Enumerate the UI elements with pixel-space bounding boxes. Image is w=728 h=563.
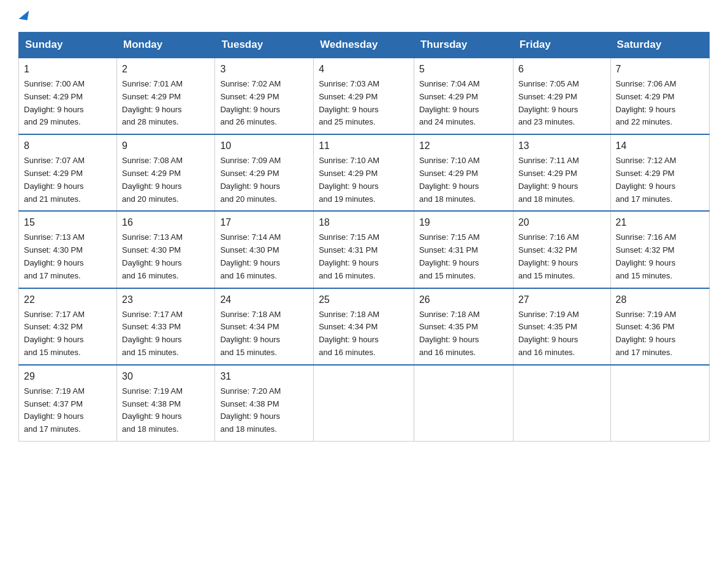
day-number: 12 (419, 139, 508, 153)
calendar-cell: 24 Sunrise: 7:18 AMSunset: 4:34 PMDaylig… (215, 288, 314, 365)
day-info: Sunrise: 7:17 AMSunset: 4:32 PMDaylight:… (24, 310, 85, 357)
calendar-cell: 25 Sunrise: 7:18 AMSunset: 4:34 PMDaylig… (314, 288, 414, 365)
day-info: Sunrise: 7:18 AMSunset: 4:35 PMDaylight:… (419, 310, 480, 357)
day-info: Sunrise: 7:06 AMSunset: 4:29 PMDaylight:… (616, 79, 677, 126)
day-info: Sunrise: 7:10 AMSunset: 4:29 PMDaylight:… (319, 156, 379, 203)
calendar-cell: 3 Sunrise: 7:02 AMSunset: 4:29 PMDayligh… (215, 58, 314, 134)
day-info: Sunrise: 7:00 AMSunset: 4:29 PMDaylight:… (24, 79, 85, 126)
day-info: Sunrise: 7:01 AMSunset: 4:29 PMDaylight:… (122, 79, 183, 126)
day-number: 24 (220, 293, 308, 307)
day-number: 18 (319, 215, 409, 230)
day-info: Sunrise: 7:09 AMSunset: 4:29 PMDaylight:… (220, 156, 281, 203)
day-number: 4 (319, 62, 409, 77)
calendar-cell: 29 Sunrise: 7:19 AMSunset: 4:37 PMDaylig… (19, 365, 117, 442)
day-number: 14 (616, 139, 704, 153)
day-info: Sunrise: 7:19 AMSunset: 4:38 PMDaylight:… (122, 386, 183, 434)
day-info: Sunrise: 7:15 AMSunset: 4:31 PMDaylight:… (319, 232, 379, 280)
day-header-sunday: Sunday (19, 33, 117, 58)
calendar-cell (414, 365, 513, 442)
calendar-cell: 4 Sunrise: 7:03 AMSunset: 4:29 PMDayligh… (314, 58, 414, 134)
calendar-cell: 23 Sunrise: 7:17 AMSunset: 4:33 PMDaylig… (117, 288, 215, 365)
day-info: Sunrise: 7:16 AMSunset: 4:32 PMDaylight:… (518, 232, 579, 280)
day-number: 11 (319, 139, 409, 153)
day-number: 25 (319, 293, 409, 307)
day-info: Sunrise: 7:15 AMSunset: 4:31 PMDaylight:… (419, 232, 480, 280)
day-header-saturday: Saturday (610, 33, 709, 58)
calendar-cell: 7 Sunrise: 7:06 AMSunset: 4:29 PMDayligh… (610, 58, 709, 134)
calendar-cell: 19 Sunrise: 7:15 AMSunset: 4:31 PMDaylig… (414, 211, 513, 288)
day-number: 16 (122, 215, 210, 230)
day-info: Sunrise: 7:19 AMSunset: 4:36 PMDaylight:… (616, 310, 677, 357)
calendar-cell: 18 Sunrise: 7:15 AMSunset: 4:31 PMDaylig… (314, 211, 414, 288)
calendar-cell (314, 365, 414, 442)
day-info: Sunrise: 7:13 AMSunset: 4:30 PMDaylight:… (24, 232, 85, 280)
day-number: 7 (616, 62, 704, 77)
calendar-cell: 30 Sunrise: 7:19 AMSunset: 4:38 PMDaylig… (117, 365, 215, 442)
calendar-cell: 20 Sunrise: 7:16 AMSunset: 4:32 PMDaylig… (513, 211, 610, 288)
calendar-cell: 22 Sunrise: 7:17 AMSunset: 4:32 PMDaylig… (19, 288, 117, 365)
calendar-cell: 1 Sunrise: 7:00 AMSunset: 4:29 PMDayligh… (19, 58, 117, 134)
calendar-cell: 9 Sunrise: 7:08 AMSunset: 4:29 PMDayligh… (117, 134, 215, 211)
calendar-week-row: 8 Sunrise: 7:07 AMSunset: 4:29 PMDayligh… (19, 134, 710, 211)
day-number: 26 (419, 293, 508, 307)
day-info: Sunrise: 7:07 AMSunset: 4:29 PMDaylight:… (24, 156, 85, 203)
day-number: 15 (24, 215, 112, 230)
day-number: 6 (518, 62, 605, 77)
day-info: Sunrise: 7:04 AMSunset: 4:29 PMDaylight:… (419, 79, 480, 126)
day-number: 29 (24, 369, 112, 384)
day-info: Sunrise: 7:03 AMSunset: 4:29 PMDaylight:… (319, 79, 379, 126)
day-info: Sunrise: 7:05 AMSunset: 4:29 PMDaylight:… (518, 79, 579, 126)
calendar-cell: 14 Sunrise: 7:12 AMSunset: 4:29 PMDaylig… (610, 134, 709, 211)
day-info: Sunrise: 7:17 AMSunset: 4:33 PMDaylight:… (122, 310, 183, 357)
day-number: 3 (220, 62, 308, 77)
day-info: Sunrise: 7:02 AMSunset: 4:29 PMDaylight:… (220, 79, 281, 126)
day-info: Sunrise: 7:18 AMSunset: 4:34 PMDaylight:… (319, 310, 379, 357)
calendar-cell: 5 Sunrise: 7:04 AMSunset: 4:29 PMDayligh… (414, 58, 513, 134)
day-info: Sunrise: 7:18 AMSunset: 4:34 PMDaylight:… (220, 310, 281, 357)
day-info: Sunrise: 7:20 AMSunset: 4:38 PMDaylight:… (220, 386, 281, 434)
day-info: Sunrise: 7:19 AMSunset: 4:35 PMDaylight:… (518, 310, 579, 357)
day-number: 1 (24, 62, 112, 77)
calendar-cell: 12 Sunrise: 7:10 AMSunset: 4:29 PMDaylig… (414, 134, 513, 211)
calendar-cell: 15 Sunrise: 7:13 AMSunset: 4:30 PMDaylig… (19, 211, 117, 288)
calendar-cell: 8 Sunrise: 7:07 AMSunset: 4:29 PMDayligh… (19, 134, 117, 211)
day-header-tuesday: Tuesday (215, 33, 314, 58)
day-number: 20 (518, 215, 605, 230)
day-header-friday: Friday (513, 33, 610, 58)
day-number: 28 (616, 293, 704, 307)
logo (18, 12, 28, 22)
day-info: Sunrise: 7:08 AMSunset: 4:29 PMDaylight:… (122, 156, 183, 203)
day-info: Sunrise: 7:16 AMSunset: 4:32 PMDaylight:… (616, 232, 677, 280)
day-info: Sunrise: 7:12 AMSunset: 4:29 PMDaylight:… (616, 156, 677, 203)
day-info: Sunrise: 7:11 AMSunset: 4:29 PMDaylight:… (518, 156, 579, 203)
calendar-week-row: 1 Sunrise: 7:00 AMSunset: 4:29 PMDayligh… (19, 58, 710, 134)
day-info: Sunrise: 7:10 AMSunset: 4:29 PMDaylight:… (419, 156, 480, 203)
calendar-cell: 11 Sunrise: 7:10 AMSunset: 4:29 PMDaylig… (314, 134, 414, 211)
day-header-thursday: Thursday (414, 33, 513, 58)
page-header (18, 12, 710, 22)
calendar-cell: 2 Sunrise: 7:01 AMSunset: 4:29 PMDayligh… (117, 58, 215, 134)
day-number: 23 (122, 293, 210, 307)
calendar-table: SundayMondayTuesdayWednesdayThursdayFrid… (18, 32, 710, 442)
days-of-week-row: SundayMondayTuesdayWednesdayThursdayFrid… (19, 33, 710, 58)
day-number: 27 (518, 293, 605, 307)
day-info: Sunrise: 7:19 AMSunset: 4:37 PMDaylight:… (24, 386, 85, 434)
calendar-cell: 27 Sunrise: 7:19 AMSunset: 4:35 PMDaylig… (513, 288, 610, 365)
day-number: 30 (122, 369, 210, 384)
calendar-cell: 13 Sunrise: 7:11 AMSunset: 4:29 PMDaylig… (513, 134, 610, 211)
calendar-cell: 16 Sunrise: 7:13 AMSunset: 4:30 PMDaylig… (117, 211, 215, 288)
day-number: 21 (616, 215, 704, 230)
day-number: 2 (122, 62, 210, 77)
day-number: 31 (220, 369, 308, 384)
day-number: 10 (220, 139, 308, 153)
day-header-wednesday: Wednesday (314, 33, 414, 58)
day-number: 22 (24, 293, 112, 307)
logo-triangle-icon (19, 9, 29, 20)
calendar-cell (513, 365, 610, 442)
calendar-cell: 31 Sunrise: 7:20 AMSunset: 4:38 PMDaylig… (215, 365, 314, 442)
calendar-cell: 10 Sunrise: 7:09 AMSunset: 4:29 PMDaylig… (215, 134, 314, 211)
day-number: 5 (419, 62, 508, 77)
calendar-cell: 28 Sunrise: 7:19 AMSunset: 4:36 PMDaylig… (610, 288, 709, 365)
day-info: Sunrise: 7:14 AMSunset: 4:30 PMDaylight:… (220, 232, 281, 280)
calendar-body: 1 Sunrise: 7:00 AMSunset: 4:29 PMDayligh… (19, 58, 710, 441)
